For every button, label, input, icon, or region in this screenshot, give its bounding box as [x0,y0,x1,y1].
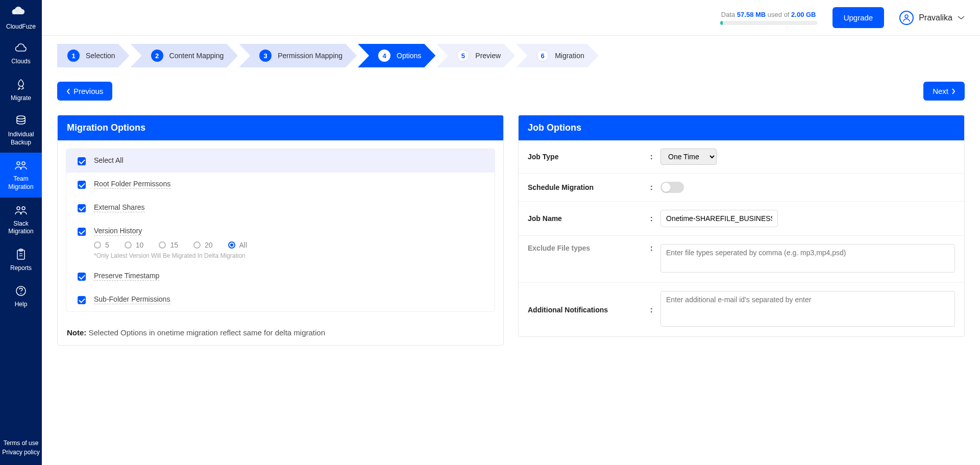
rocket-icon [14,78,28,91]
step-label: Migration [555,52,584,60]
field-label: Job Type [528,153,650,161]
migration-options-panel: Migration Options Select All Root Folder… [57,115,504,346]
step-label: Options [397,52,421,60]
option-subfolder-permissions: Sub-Folder Permissions [66,288,495,311]
button-label: Next [933,87,948,95]
option-version-history: Version History [66,219,495,243]
job-options-panel: Job Options Job Type : One Time [518,115,965,337]
version-radio-15[interactable]: 15 [159,241,178,249]
option-preserve-timestamp: Preserve Timestamp [66,264,495,288]
sidebar-item-reports[interactable]: Reports [0,242,42,279]
version-radio-20[interactable]: 20 [193,241,213,249]
clipboard-icon [14,248,28,261]
next-button[interactable]: Next [923,82,965,101]
cloud-icon [14,41,28,55]
privacy-link[interactable]: Privacy policy [2,449,39,456]
sidebar-item-individual-backup[interactable]: Individual Backup [0,108,42,153]
svg-point-13 [20,293,21,294]
database-icon [14,114,28,128]
sidebar-item-label: Help [15,301,28,309]
exclude-file-types-row: Exclude File types : [519,236,964,283]
previous-button[interactable]: Previous [57,82,112,101]
version-history-options: 5 10 15 20 All *Only Latest Version Will… [94,241,495,264]
terms-link[interactable]: Terms of use [2,439,39,447]
sidebar-item-label: Clouds [11,58,30,66]
field-label: Exclude File types [528,244,650,252]
chevron-right-icon [951,88,955,94]
job-type-row: Job Type : One Time [519,140,964,174]
version-radio-10[interactable]: 10 [125,241,144,249]
sidebar-item-label: Migrate [11,94,31,103]
additional-notifications-input[interactable] [660,291,955,327]
sidebar-item-label: Reports [10,264,32,273]
help-icon [14,284,28,298]
step-label: Content Mapping [169,52,224,60]
option-checkbox[interactable] [78,296,86,304]
step-options[interactable]: 4Options [358,44,435,67]
option-checkbox[interactable] [78,204,86,212]
step-content-mapping[interactable]: 2Content Mapping [131,44,238,67]
cloudfuze-logo-icon [11,6,31,18]
data-usage-used: 57.58 MB [737,11,766,18]
panel-title: Migration Options [58,115,503,140]
team-alt-icon [14,204,28,217]
field-label: Job Name [528,214,650,223]
button-label: Previous [74,87,103,95]
brand-name: CloudFuze [6,23,36,30]
additional-notifications-row: Additional Notifications : [519,283,964,336]
option-label: Select All [94,156,124,164]
option-label: External Shares [94,203,145,212]
data-usage-mid: used of [766,11,791,18]
job-name-input[interactable] [660,210,778,227]
svg-point-4 [17,162,20,165]
step-label: Preview [475,52,501,60]
svg-point-3 [17,116,25,119]
step-permission-mapping[interactable]: 3Permission Mapping [239,44,357,67]
sidebar: CloudFuze Clouds Migrate Individual Back… [0,0,42,465]
data-usage-prefix: Data [721,11,737,18]
sidebar-item-label: Individual Backup [2,131,40,146]
option-checkbox[interactable] [78,273,86,281]
migration-note: Note: Selected Options in onetime migrat… [58,320,503,345]
sidebar-item-clouds[interactable]: Clouds [0,35,42,72]
panel-title: Job Options [519,115,964,140]
sidebar-item-label: Team Migration [2,175,40,191]
step-preview[interactable]: 5Preview [436,44,515,67]
sidebar-item-migrate[interactable]: Migrate [0,72,42,109]
step-selection[interactable]: 1Selection [57,44,130,67]
chevron-down-icon [958,16,965,20]
version-radio-5[interactable]: 5 [94,241,109,249]
svg-point-6 [17,207,20,210]
exclude-file-types-input[interactable] [660,244,955,273]
job-type-select[interactable]: One Time [660,149,717,165]
option-external-shares: External Shares [66,196,495,219]
field-label: Schedule Migration [528,183,650,191]
option-root-folder-permissions: Root Folder Permissons [66,173,495,196]
user-name: Pravalika [919,13,952,22]
option-label: Preserve Timestamp [94,272,159,281]
step-label: Permission Mapping [278,52,342,60]
field-label: Additional Notifications [528,306,650,314]
sidebar-item-slack-migration[interactable]: Slack Migration [0,198,42,242]
team-icon [14,159,28,172]
chevron-left-icon [66,88,70,94]
option-checkbox[interactable] [78,181,86,189]
select-all-checkbox[interactable] [78,157,86,165]
option-select-all: Select All [66,149,495,173]
version-radio-all[interactable]: All [228,241,248,249]
data-usage-progressbar [720,21,817,25]
upgrade-button[interactable]: Upgrade [832,7,885,28]
data-usage-total: 2.00 GB [791,11,816,18]
schedule-toggle[interactable] [660,182,684,193]
sidebar-item-help[interactable]: Help [0,278,42,315]
sidebar-item-team-migration[interactable]: Team Migration [0,153,42,197]
option-label: Sub-Folder Permissions [94,295,170,304]
version-hint: *Only Latest Version Will Be Migrated In… [94,252,495,259]
step-label: Selection [86,52,115,60]
option-checkbox[interactable] [78,228,86,236]
data-usage: Data 57.58 MB used of 2.00 GB [720,11,817,25]
option-label: Version History [94,227,142,236]
step-migration[interactable]: 6Migration [516,44,599,67]
sidebar-item-label: Slack Migration [2,220,40,236]
user-menu[interactable]: Pravalika [899,11,965,25]
